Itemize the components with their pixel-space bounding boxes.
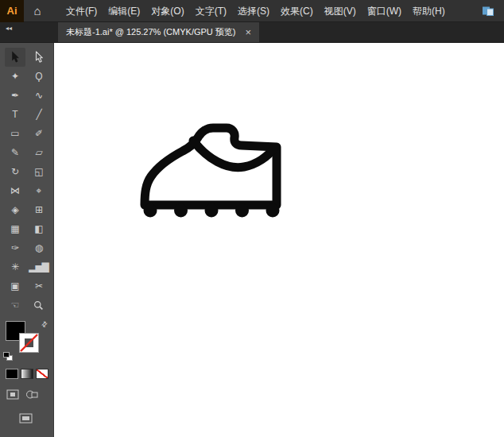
tools-grid: ✦Ϙ✒∿T╱▭✐✎▱↻◱⋈⌖◈⊞▦◧✑◍✳▂▅▇▣✂☜: [0, 43, 53, 315]
default-swatch-glyph: [3, 352, 14, 362]
type-tool[interactable]: T: [5, 105, 25, 124]
gradient-tool[interactable]: ◧: [29, 219, 49, 238]
fill-stroke-area: ⇄: [0, 321, 53, 362]
magic-wand-tool[interactable]: ✦: [5, 67, 25, 86]
menu-item-type[interactable]: 文字(T): [190, 0, 232, 22]
none-button[interactable]: [36, 369, 48, 379]
scale-tool[interactable]: ◱: [29, 162, 49, 181]
lasso-tool[interactable]: Ϙ: [29, 67, 49, 86]
pen-tool[interactable]: ✒: [5, 86, 25, 105]
rotate-tool[interactable]: ↻: [5, 162, 25, 181]
artboard-canvas[interactable]: [54, 43, 504, 437]
shape-builder-tool[interactable]: ◈: [5, 200, 25, 219]
paint-mode-row: [0, 362, 53, 379]
soccer-boot-artwork[interactable]: [138, 122, 297, 238]
pencil-tool-icon: ✎: [11, 147, 18, 158]
ai-logo-icon[interactable]: Ai: [0, 0, 24, 22]
change-screen-mode-icon[interactable]: [19, 412, 33, 427]
scale-tool-icon: ◱: [34, 166, 42, 177]
column-graph-tool-icon: ▂▅▇: [29, 261, 48, 273]
rotate-tool-icon: ↻: [11, 166, 18, 177]
tab-close-icon[interactable]: ×: [246, 27, 252, 37]
pencil-tool[interactable]: ✎: [5, 143, 25, 162]
curvature-tool-icon: ∿: [35, 90, 42, 101]
mesh-tool[interactable]: ▦: [5, 219, 25, 238]
width-tool[interactable]: ⋈: [5, 181, 25, 200]
menu-items: 文件(F)编辑(E)对象(O)文字(T)选择(S)效果(C)视图(V)窗口(W)…: [60, 0, 451, 22]
column-graph-tool[interactable]: ▂▅▇: [29, 257, 49, 277]
eraser-tool-icon: ▱: [35, 147, 41, 158]
menu-item-select[interactable]: 选择(S): [232, 0, 275, 22]
perspective-grid-tool[interactable]: ⊞: [29, 200, 49, 219]
menu-item-window[interactable]: 窗口(W): [362, 0, 407, 22]
home-icon[interactable]: ⌂: [24, 4, 51, 17]
eraser-tool[interactable]: ▱: [29, 143, 49, 162]
menu-item-effect[interactable]: 效果(C): [275, 0, 319, 22]
gradient-tool-icon: ◧: [34, 223, 42, 234]
illustrator-app: Ai ⌂ 文件(F)编辑(E)对象(O)文字(T)选择(S)效果(C)视图(V)…: [0, 0, 504, 437]
hand-tool-icon: ☜: [11, 300, 19, 311]
line-segment-tool-icon: ╱: [36, 109, 41, 120]
zoom-tool[interactable]: [29, 296, 49, 315]
symbol-sprayer-tool-icon: ✳: [11, 261, 18, 273]
draw-normal-icon[interactable]: [6, 389, 19, 403]
rectangle-tool-icon: ▭: [10, 128, 18, 139]
type-tool-icon: T: [12, 109, 17, 120]
tools-panel: ✦Ϙ✒∿T╱▭✐✎▱↻◱⋈⌖◈⊞▦◧✑◍✳▂▅▇▣✂☜ ⇄: [0, 43, 54, 437]
document-tab-bar: ◂◂ 未标题-1.ai* @ 125.27% (CMYK/GPU 预览) ×: [0, 22, 504, 43]
drawing-modes-row: [0, 379, 53, 403]
slice-tool[interactable]: ✂: [29, 277, 49, 296]
free-transform-tool[interactable]: ⌖: [29, 181, 49, 200]
stroke-color-swatch[interactable]: [19, 333, 39, 353]
menu-bar: Ai ⌂ 文件(F)编辑(E)对象(O)文字(T)选择(S)效果(C)视图(V)…: [0, 0, 504, 22]
blend-tool-icon: ◍: [35, 242, 42, 253]
hand-tool[interactable]: ☜: [5, 296, 25, 315]
arrange-documents-glyph: [482, 6, 494, 17]
zoom-tool-icon: [33, 300, 44, 311]
gradient-button[interactable]: [21, 369, 33, 379]
screen-mode-row: [0, 403, 53, 427]
stroke-none-glyph: [19, 333, 39, 353]
slice-tool-icon: ✂: [35, 280, 42, 292]
symbol-sprayer-tool[interactable]: ✳: [5, 257, 25, 277]
direct-selection-tool-icon: [33, 51, 45, 64]
document-tab-title: 未标题-1.ai* @ 125.27% (CMYK/GPU 预览): [66, 26, 236, 38]
free-transform-tool-icon: ⌖: [37, 185, 41, 196]
direct-selection-tool[interactable]: [29, 48, 49, 67]
selection-tool-icon: [10, 51, 21, 64]
artboard-tool[interactable]: ▣: [5, 277, 25, 296]
paintbrush-tool-icon: ✐: [35, 128, 42, 139]
magic-wand-tool-icon: ✦: [11, 71, 18, 82]
menu-item-file[interactable]: 文件(F): [60, 0, 103, 22]
paintbrush-tool[interactable]: ✐: [29, 124, 49, 143]
draw-normal-glyph: [6, 389, 19, 400]
eyedropper-tool[interactable]: ✑: [5, 238, 25, 257]
artboard-tool-icon: ▣: [10, 280, 18, 292]
rectangle-tool[interactable]: ▭: [5, 124, 25, 143]
pen-tool-icon: ✒: [11, 90, 18, 101]
menu-item-edit[interactable]: 编辑(E): [103, 0, 145, 22]
eyedropper-tool-icon: ✑: [11, 242, 18, 253]
document-tab[interactable]: 未标题-1.ai* @ 125.27% (CMYK/GPU 预览) ×: [58, 22, 259, 42]
arrange-documents-icon[interactable]: [482, 6, 494, 17]
blend-tool[interactable]: ◍: [29, 238, 49, 257]
width-tool-icon: ⋈: [10, 185, 19, 196]
menu-item-object[interactable]: 对象(O): [145, 0, 189, 22]
perspective-grid-tool-icon: ⊞: [35, 204, 42, 215]
default-fill-stroke-icon[interactable]: [3, 350, 14, 365]
selection-tool[interactable]: [5, 48, 25, 67]
color-button[interactable]: [6, 369, 18, 379]
menu-item-view[interactable]: 视图(V): [319, 0, 362, 22]
draw-behind-glyph: [25, 389, 38, 400]
toolbar-collapse-button[interactable]: ◂◂: [0, 22, 54, 42]
lasso-tool-icon: Ϙ: [35, 71, 41, 82]
menu-item-help[interactable]: 帮助(H): [407, 0, 451, 22]
shape-builder-tool-icon: ◈: [11, 204, 17, 215]
curvature-tool[interactable]: ∿: [29, 86, 49, 105]
mesh-tool-icon: ▦: [10, 223, 18, 234]
line-segment-tool[interactable]: ╱: [29, 105, 49, 124]
swap-fill-stroke-icon[interactable]: ⇄: [40, 319, 49, 329]
screen-mode-glyph: [19, 413, 33, 423]
draw-behind-icon[interactable]: [25, 389, 38, 403]
